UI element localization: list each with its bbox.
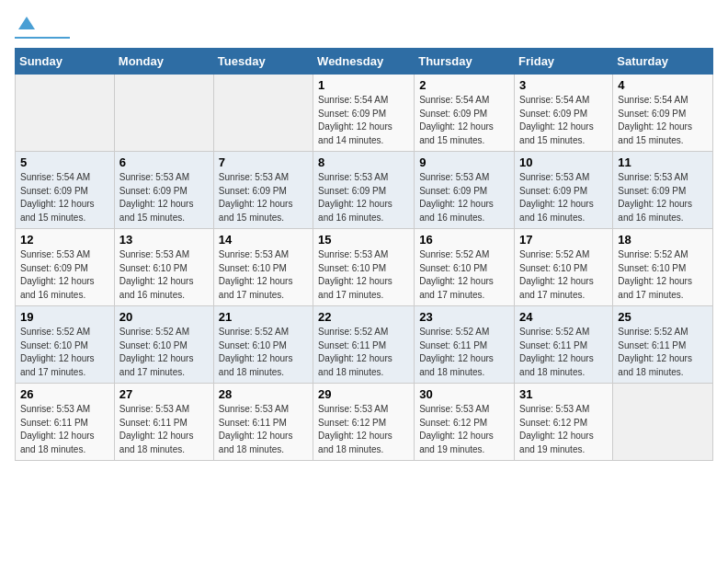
day-info: Sunrise: 5:53 AM Sunset: 6:10 PM Dayligh… — [219, 248, 308, 302]
day-info: Sunrise: 5:52 AM Sunset: 6:10 PM Dayligh… — [618, 248, 708, 302]
day-number: 29 — [318, 387, 409, 401]
day-number: 9 — [419, 155, 509, 169]
day-number: 12 — [20, 233, 109, 247]
calendar-cell — [213, 75, 313, 152]
day-number: 28 — [219, 387, 308, 401]
col-header-friday: Friday — [515, 49, 613, 75]
calendar-cell: 31Sunrise: 5:53 AM Sunset: 6:12 PM Dayli… — [515, 384, 613, 461]
calendar-cell: 20Sunrise: 5:52 AM Sunset: 6:10 PM Dayli… — [114, 306, 213, 384]
calendar-cell: 6Sunrise: 5:53 AM Sunset: 6:09 PM Daylig… — [114, 152, 213, 229]
day-info: Sunrise: 5:53 AM Sunset: 6:10 PM Dayligh… — [318, 248, 409, 302]
day-info: Sunrise: 5:52 AM Sunset: 6:10 PM Dayligh… — [519, 248, 608, 302]
day-info: Sunrise: 5:53 AM Sunset: 6:09 PM Dayligh… — [219, 171, 308, 224]
calendar-cell: 9Sunrise: 5:53 AM Sunset: 6:09 PM Daylig… — [415, 152, 515, 229]
day-number: 23 — [419, 310, 509, 324]
calendar-cell: 7Sunrise: 5:53 AM Sunset: 6:09 PM Daylig… — [213, 152, 313, 229]
day-number: 20 — [119, 310, 209, 324]
day-info: Sunrise: 5:53 AM Sunset: 6:12 PM Dayligh… — [318, 403, 409, 456]
calendar-cell: 28Sunrise: 5:53 AM Sunset: 6:11 PM Dayli… — [213, 384, 313, 461]
day-info: Sunrise: 5:52 AM Sunset: 6:10 PM Dayligh… — [119, 326, 209, 379]
day-number: 31 — [519, 387, 608, 401]
col-header-wednesday: Wednesday — [313, 49, 415, 75]
day-number: 25 — [618, 310, 708, 324]
logo-divider — [15, 37, 70, 39]
calendar-cell: 26Sunrise: 5:53 AM Sunset: 6:11 PM Dayli… — [16, 384, 115, 461]
calendar-cell: 5Sunrise: 5:54 AM Sunset: 6:09 PM Daylig… — [16, 152, 115, 229]
logo-icon — [18, 15, 35, 31]
day-number: 4 — [618, 78, 708, 92]
day-number: 1 — [318, 78, 409, 92]
calendar-cell: 23Sunrise: 5:52 AM Sunset: 6:11 PM Dayli… — [415, 306, 515, 384]
calendar-week-2: 5Sunrise: 5:54 AM Sunset: 6:09 PM Daylig… — [16, 152, 713, 229]
calendar-cell — [16, 75, 115, 152]
calendar-cell — [114, 75, 213, 152]
calendar-cell: 18Sunrise: 5:52 AM Sunset: 6:10 PM Dayli… — [613, 229, 713, 306]
day-info: Sunrise: 5:52 AM Sunset: 6:10 PM Dayligh… — [419, 248, 509, 302]
calendar-cell: 15Sunrise: 5:53 AM Sunset: 6:10 PM Dayli… — [313, 229, 415, 306]
day-number: 2 — [419, 78, 509, 92]
calendar-cell: 16Sunrise: 5:52 AM Sunset: 6:10 PM Dayli… — [415, 229, 515, 306]
day-number: 24 — [519, 310, 608, 324]
day-number: 11 — [618, 155, 708, 169]
page-header — [15, 15, 713, 39]
day-info: Sunrise: 5:53 AM Sunset: 6:12 PM Dayligh… — [519, 403, 608, 456]
calendar-cell: 3Sunrise: 5:54 AM Sunset: 6:09 PM Daylig… — [515, 75, 613, 152]
day-number: 16 — [419, 233, 509, 247]
calendar-cell: 10Sunrise: 5:53 AM Sunset: 6:09 PM Dayli… — [515, 152, 613, 229]
day-number: 18 — [618, 233, 708, 247]
logo — [15, 15, 70, 39]
col-header-monday: Monday — [114, 49, 213, 75]
calendar-header-row: SundayMondayTuesdayWednesdayThursdayFrid… — [16, 49, 713, 75]
day-info: Sunrise: 5:54 AM Sunset: 6:09 PM Dayligh… — [20, 171, 109, 224]
day-info: Sunrise: 5:54 AM Sunset: 6:09 PM Dayligh… — [318, 94, 409, 147]
day-number: 7 — [219, 155, 308, 169]
col-header-tuesday: Tuesday — [213, 49, 313, 75]
day-info: Sunrise: 5:52 AM Sunset: 6:10 PM Dayligh… — [219, 326, 308, 379]
calendar-cell: 2Sunrise: 5:54 AM Sunset: 6:09 PM Daylig… — [415, 75, 515, 152]
day-info: Sunrise: 5:54 AM Sunset: 6:09 PM Dayligh… — [419, 94, 509, 147]
day-info: Sunrise: 5:53 AM Sunset: 6:10 PM Dayligh… — [119, 248, 209, 302]
day-number: 19 — [20, 310, 109, 324]
calendar-cell: 24Sunrise: 5:52 AM Sunset: 6:11 PM Dayli… — [515, 306, 613, 384]
calendar-table: SundayMondayTuesdayWednesdayThursdayFrid… — [15, 48, 713, 461]
day-info: Sunrise: 5:52 AM Sunset: 6:10 PM Dayligh… — [20, 326, 109, 379]
calendar-cell: 14Sunrise: 5:53 AM Sunset: 6:10 PM Dayli… — [213, 229, 313, 306]
day-number: 21 — [219, 310, 308, 324]
day-number: 6 — [119, 155, 209, 169]
day-number: 14 — [219, 233, 308, 247]
calendar-cell — [613, 384, 713, 461]
calendar-cell: 11Sunrise: 5:53 AM Sunset: 6:09 PM Dayli… — [613, 152, 713, 229]
calendar-week-3: 12Sunrise: 5:53 AM Sunset: 6:09 PM Dayli… — [16, 229, 713, 306]
day-number: 17 — [519, 233, 608, 247]
day-number: 8 — [318, 155, 409, 169]
day-info: Sunrise: 5:53 AM Sunset: 6:09 PM Dayligh… — [618, 171, 708, 224]
calendar-cell: 13Sunrise: 5:53 AM Sunset: 6:10 PM Dayli… — [114, 229, 213, 306]
calendar-cell: 8Sunrise: 5:53 AM Sunset: 6:09 PM Daylig… — [313, 152, 415, 229]
day-info: Sunrise: 5:53 AM Sunset: 6:11 PM Dayligh… — [20, 403, 109, 456]
day-info: Sunrise: 5:54 AM Sunset: 6:09 PM Dayligh… — [618, 94, 708, 147]
col-header-saturday: Saturday — [613, 49, 713, 75]
day-info: Sunrise: 5:53 AM Sunset: 6:11 PM Dayligh… — [119, 403, 209, 456]
day-number: 22 — [318, 310, 409, 324]
day-number: 3 — [519, 78, 608, 92]
day-number: 15 — [318, 233, 409, 247]
col-header-thursday: Thursday — [415, 49, 515, 75]
calendar-cell: 27Sunrise: 5:53 AM Sunset: 6:11 PM Dayli… — [114, 384, 213, 461]
day-number: 27 — [119, 387, 209, 401]
calendar-cell: 21Sunrise: 5:52 AM Sunset: 6:10 PM Dayli… — [213, 306, 313, 384]
calendar-cell: 12Sunrise: 5:53 AM Sunset: 6:09 PM Dayli… — [16, 229, 115, 306]
day-number: 13 — [119, 233, 209, 247]
day-info: Sunrise: 5:53 AM Sunset: 6:09 PM Dayligh… — [519, 171, 608, 224]
calendar-cell: 19Sunrise: 5:52 AM Sunset: 6:10 PM Dayli… — [16, 306, 115, 384]
day-info: Sunrise: 5:53 AM Sunset: 6:09 PM Dayligh… — [318, 171, 409, 224]
day-number: 10 — [519, 155, 608, 169]
day-number: 30 — [419, 387, 509, 401]
calendar-cell: 29Sunrise: 5:53 AM Sunset: 6:12 PM Dayli… — [313, 384, 415, 461]
day-info: Sunrise: 5:53 AM Sunset: 6:12 PM Dayligh… — [419, 403, 509, 456]
day-info: Sunrise: 5:52 AM Sunset: 6:11 PM Dayligh… — [618, 326, 708, 379]
day-info: Sunrise: 5:53 AM Sunset: 6:09 PM Dayligh… — [419, 171, 509, 224]
calendar-cell: 4Sunrise: 5:54 AM Sunset: 6:09 PM Daylig… — [613, 75, 713, 152]
calendar-cell: 17Sunrise: 5:52 AM Sunset: 6:10 PM Dayli… — [515, 229, 613, 306]
calendar-cell: 25Sunrise: 5:52 AM Sunset: 6:11 PM Dayli… — [613, 306, 713, 384]
day-info: Sunrise: 5:53 AM Sunset: 6:11 PM Dayligh… — [219, 403, 308, 456]
